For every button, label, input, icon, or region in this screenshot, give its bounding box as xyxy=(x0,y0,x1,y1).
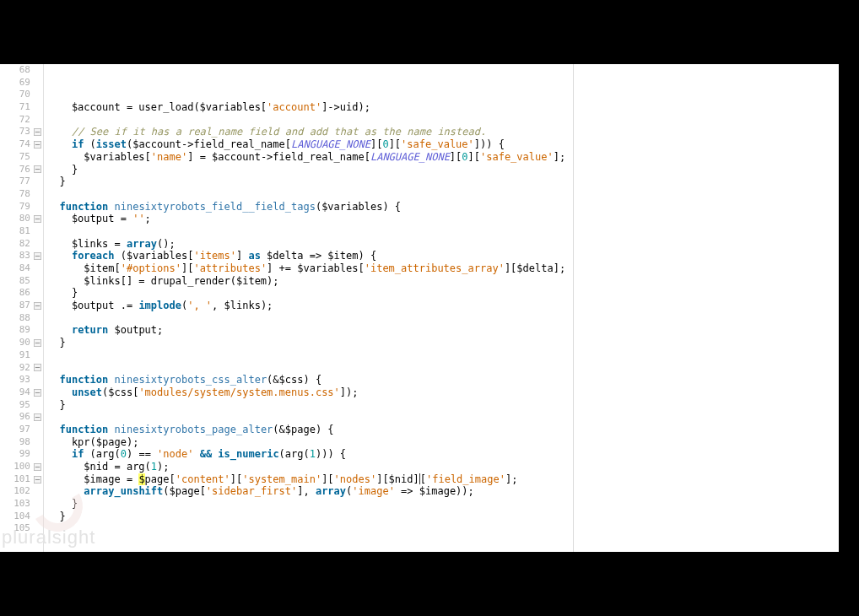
line-number: 86 xyxy=(12,287,30,300)
code-line[interactable]: array_unshift($page['sidebar_first'], ar… xyxy=(47,485,839,498)
fold-marker-icon[interactable] xyxy=(33,338,41,347)
fold-marker-icon[interactable] xyxy=(33,475,41,484)
fold-marker-icon[interactable] xyxy=(33,165,41,174)
line-number: 80 xyxy=(12,213,30,225)
code-editor[interactable]: 6869707172737475767778798081828384858687… xyxy=(0,64,839,552)
code-line[interactable] xyxy=(47,362,839,375)
code-line[interactable]: } xyxy=(47,498,839,511)
line-number: 69 xyxy=(12,77,30,89)
line-number: 97 xyxy=(12,424,30,436)
code-line[interactable]: if (isset($account->field_real_name[LANG… xyxy=(47,138,839,151)
code-line[interactable]: } xyxy=(47,337,839,349)
gutter-line: 85 xyxy=(0,275,43,288)
gutter-line: 89 xyxy=(0,324,43,337)
line-number: 83 xyxy=(12,250,30,262)
line-number: 101 xyxy=(12,473,30,486)
fold-marker-icon[interactable] xyxy=(33,364,41,372)
line-number: 76 xyxy=(12,164,30,176)
fold-marker-icon xyxy=(33,153,41,161)
gutter-line: 105 xyxy=(0,522,43,535)
line-number: 73 xyxy=(12,126,30,138)
fold-marker-icon xyxy=(33,327,41,335)
fold-marker-icon[interactable] xyxy=(33,462,41,471)
fold-marker-icon xyxy=(33,451,41,459)
gutter-line: 97 xyxy=(0,424,43,436)
code-line[interactable]: // See if it has a real_name field and a… xyxy=(47,126,839,138)
code-line[interactable]: $nid = arg(1); xyxy=(47,461,839,473)
code-line[interactable]: function ninesixtyrobots_page_alter(&$pa… xyxy=(47,424,839,436)
code-line[interactable] xyxy=(47,114,839,127)
gutter-line: 94 xyxy=(0,386,43,399)
fold-marker-icon xyxy=(33,277,41,285)
gutter-line: 81 xyxy=(0,225,43,238)
line-number: 68 xyxy=(12,64,30,77)
fold-marker-icon xyxy=(33,178,41,186)
code-line[interactable]: } xyxy=(47,287,839,300)
code-line[interactable]: $links = array(); xyxy=(47,238,839,251)
line-number: 71 xyxy=(12,101,30,114)
code-line[interactable]: $image = $page['content']['system_main']… xyxy=(47,473,839,486)
line-number: 85 xyxy=(12,275,30,288)
gutter-line: 103 xyxy=(0,498,43,511)
code-line[interactable] xyxy=(47,560,839,573)
code-line[interactable]: $item['#options']['attributes'] += $vari… xyxy=(47,262,839,275)
letterbox-right xyxy=(839,64,859,552)
fold-marker-icon xyxy=(33,227,41,235)
code-line[interactable]: kpr($page); xyxy=(47,436,839,449)
code-line[interactable] xyxy=(47,522,839,535)
code-line[interactable] xyxy=(47,312,839,325)
code-line[interactable]: $output .= implode(', ', $links); xyxy=(47,300,839,312)
code-line[interactable] xyxy=(47,535,839,548)
code-line[interactable] xyxy=(47,225,839,238)
fold-marker-icon[interactable] xyxy=(33,140,41,149)
code-line[interactable]: } xyxy=(47,176,839,188)
code-line[interactable]: } xyxy=(47,399,839,412)
gutter-line: 84 xyxy=(0,262,43,275)
line-number: 104 xyxy=(12,511,30,523)
line-number: 72 xyxy=(12,114,30,127)
gutter-line: 75 xyxy=(0,151,43,164)
gutter-line: 71 xyxy=(0,101,43,114)
gutter-line: 90 xyxy=(0,337,43,349)
code-line[interactable]: foreach ($variables['items'] as $delta =… xyxy=(47,250,839,262)
code-line[interactable]: } xyxy=(47,164,839,176)
gutter-line: 87 xyxy=(0,300,43,312)
fold-marker-icon[interactable] xyxy=(33,388,41,397)
code-line[interactable] xyxy=(47,349,839,362)
line-number: 89 xyxy=(12,324,30,337)
fold-marker-icon[interactable] xyxy=(33,301,41,310)
gutter-line: 91 xyxy=(0,349,43,362)
code-line[interactable]: if (arg(0) == 'node' && is_numeric(arg(1… xyxy=(47,448,839,461)
gutter-line: 79 xyxy=(0,201,43,213)
line-number: 81 xyxy=(12,225,30,238)
code-line[interactable]: function ninesixtyrobots_css_alter(&$css… xyxy=(47,374,839,386)
code-line[interactable]: function ninesixtyrobots_field__field_ta… xyxy=(47,201,839,213)
fold-marker-icon[interactable] xyxy=(33,128,41,137)
fold-marker-icon[interactable] xyxy=(33,413,41,422)
code-line[interactable]: unset($css['modules/system/system.menus.… xyxy=(47,386,839,399)
fold-marker-icon[interactable] xyxy=(33,252,41,261)
code-line[interactable]: return $output; xyxy=(47,324,839,337)
code-line[interactable]: $output = ''; xyxy=(47,213,839,225)
gutter-line: 70 xyxy=(0,89,43,101)
code-line[interactable]: } xyxy=(47,511,839,523)
fold-marker-icon xyxy=(33,438,41,446)
gutter-line: 99 xyxy=(0,448,43,461)
column-ruler xyxy=(573,64,574,552)
code-line[interactable]: $variables['name'] = $account->field_rea… xyxy=(47,151,839,164)
code-line[interactable]: $links[] = drupal_render($item); xyxy=(47,275,839,288)
fold-marker-icon[interactable] xyxy=(33,215,41,224)
code-line[interactable]: $account = user_load($variables['account… xyxy=(47,101,839,114)
code-area[interactable]: $account = user_load($variables['account… xyxy=(44,64,839,552)
fold-marker-icon xyxy=(33,289,41,298)
code-line[interactable] xyxy=(47,411,839,424)
gutter-line: 95 xyxy=(0,399,43,412)
gutter-line: 69 xyxy=(0,77,43,89)
code-line[interactable] xyxy=(47,188,839,201)
fold-marker-icon xyxy=(33,240,41,248)
line-number: 105 xyxy=(12,522,30,535)
line-number: 93 xyxy=(12,374,30,386)
line-number: 100 xyxy=(12,461,30,473)
line-number: 78 xyxy=(12,188,30,201)
code-line[interactable] xyxy=(47,548,839,560)
